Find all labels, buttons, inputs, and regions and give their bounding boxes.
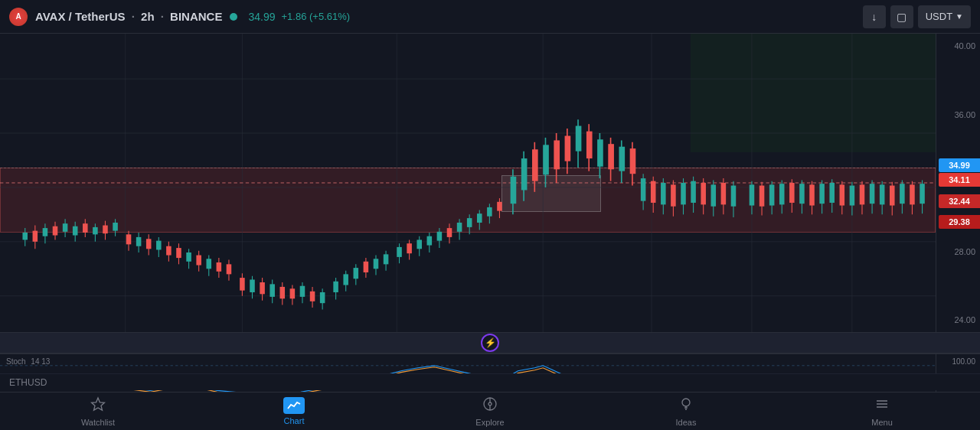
svg-rect-36 [136,237,142,246]
svg-rect-126 [608,144,614,169]
explore-icon [482,396,498,415]
svg-rect-26 [83,223,88,233]
svg-rect-64 [280,287,286,298]
svg-marker-209 [92,398,105,410]
svg-rect-34 [126,234,132,244]
header: A AVAX / TetherUS · 2h · BINANCE 34.99 +… [0,0,980,34]
chart-svg-area[interactable] [0,34,936,332]
svg-rect-40 [156,241,162,250]
svg-rect-100 [467,218,472,227]
svg-rect-162 [799,184,805,204]
lightning-button[interactable]: ⚡ [481,334,499,352]
live-dot [230,13,237,21]
header-actions: ↓ ▢ USDT ▼ [863,5,971,28]
svg-rect-136 [661,183,666,204]
candlestick-svg [0,34,936,332]
svg-rect-20 [53,226,58,236]
svg-rect-148 [721,183,727,204]
svg-rect-140 [681,183,686,204]
separator-bar: ⚡ [0,332,980,353]
nav-ideas[interactable]: Ideas [588,393,784,430]
svg-rect-174 [860,184,865,204]
svg-rect-28 [93,227,98,234]
svg-rect-164 [809,184,815,205]
svg-rect-16 [33,231,38,242]
svg-rect-42 [166,246,172,256]
svg-rect-112 [532,149,538,181]
svg-rect-104 [487,207,492,217]
svg-rect-76 [343,274,348,285]
svg-rect-50 [206,259,211,269]
svg-rect-124 [597,139,603,166]
svg-rect-44 [176,248,181,258]
svg-rect-74 [333,282,338,292]
svg-rect-130 [630,148,636,174]
svg-rect-184 [910,184,915,204]
svg-rect-116 [554,140,560,169]
svg-rect-82 [374,259,379,269]
currency-selector[interactable]: USDT ▼ [918,5,971,28]
watchlist-icon [90,396,106,415]
svg-rect-86 [397,247,402,257]
svg-rect-68 [300,286,305,297]
snapshot-icon: ▢ [897,11,906,23]
menu-label: Menu [871,418,893,427]
badge-level3: 29.38 [939,215,980,229]
svg-rect-108 [511,177,517,204]
svg-rect-96 [447,228,452,237]
svg-rect-78 [354,268,359,279]
download-button[interactable]: ↓ [863,5,886,28]
svg-point-214 [682,399,690,406]
svg-rect-182 [900,184,905,204]
svg-rect-180 [890,186,895,206]
price-info: 34.99 +1.86 (+5.61%) [248,11,350,23]
svg-rect-178 [880,184,885,204]
nav-watchlist[interactable]: Watchlist [0,393,196,430]
svg-rect-14 [22,233,28,239]
svg-rect-22 [63,223,68,232]
candle-group [22,119,924,309]
svg-rect-128 [619,147,625,171]
snapshot-button[interactable]: ▢ [890,5,913,28]
avax-logo: A [9,8,28,26]
svg-rect-32 [113,223,118,231]
svg-rect-54 [227,264,232,274]
chart-label: Chart [284,416,305,425]
svg-rect-110 [521,158,528,190]
svg-rect-144 [701,183,706,204]
svg-rect-84 [384,254,389,264]
svg-rect-66 [290,288,296,298]
svg-rect-142 [691,181,696,203]
menu-icon [874,396,890,415]
svg-rect-134 [651,181,656,203]
chart-icon-bg [283,397,305,414]
svg-rect-98 [457,223,462,232]
nav-menu[interactable]: Menu [784,393,980,430]
nav-explore[interactable]: Explore [392,393,588,430]
svg-rect-52 [217,262,222,272]
svg-rect-80 [364,262,369,272]
svg-rect-120 [576,126,582,151]
nav-chart[interactable]: Chart [196,393,392,430]
svg-rect-160 [789,183,795,203]
sub-ticker: ETHUSD [0,373,980,390]
svg-rect-152 [750,184,755,205]
svg-rect-46 [186,252,191,262]
ideas-icon [678,396,694,415]
svg-point-211 [488,402,492,406]
price-badges: 34.99 34.11 32.44 29.38 [936,34,980,332]
price-value: 34.99 [248,11,275,23]
badge-current-price: 34.99 [939,158,980,172]
watchlist-label: Watchlist [81,418,115,427]
svg-rect-48 [196,256,201,265]
svg-rect-150 [731,186,737,207]
svg-rect-72 [320,292,325,303]
svg-rect-60 [260,282,265,294]
svg-rect-168 [829,183,835,203]
badge-level2: 32.44 [939,194,980,208]
svg-rect-154 [760,186,765,207]
svg-rect-88 [407,243,412,253]
stoch-100: 100.00 [941,357,975,366]
svg-rect-62 [270,284,275,297]
svg-rect-56 [240,278,245,291]
